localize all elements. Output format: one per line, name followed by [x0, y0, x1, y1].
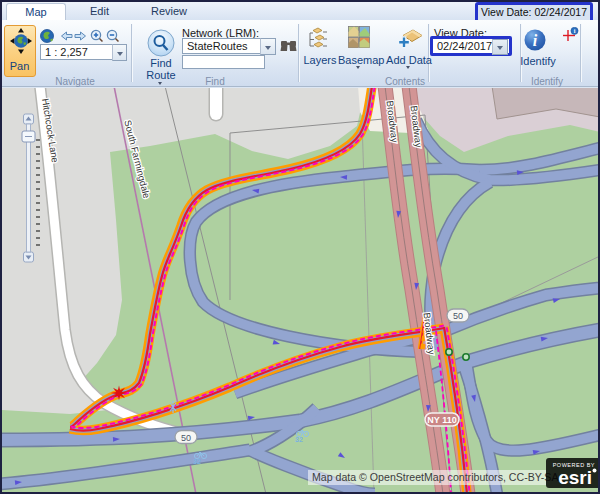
- svg-text:NY 110: NY 110: [427, 415, 456, 425]
- svg-text:esri: esri: [558, 467, 592, 488]
- svg-text:32: 32: [295, 436, 303, 443]
- svg-text:50: 50: [181, 433, 191, 443]
- svg-text:50: 50: [453, 311, 463, 321]
- svg-text:32: 32: [193, 458, 201, 465]
- svg-text:Map data © OpenStreetMap contr: Map data © OpenStreetMap contributors, C…: [312, 471, 559, 483]
- svg-text:i: i: [533, 32, 538, 49]
